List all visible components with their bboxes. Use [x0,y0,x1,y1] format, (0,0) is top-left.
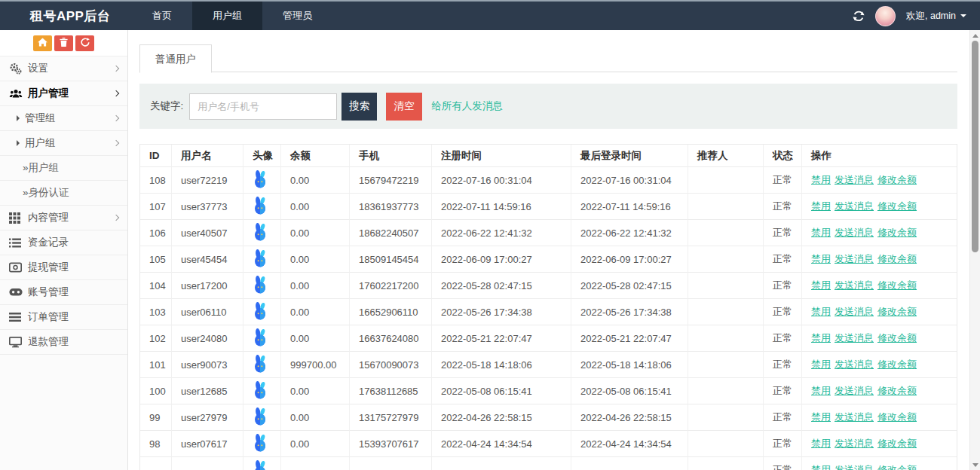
sidebar-item-content-management[interactable]: 内容管理 [0,206,127,230]
cell-username: user06110 [172,299,243,325]
table-row: 正常禁用发送消息修改余额 [140,457,957,470]
broadcast-all-link[interactable]: 给所有人发消息 [431,99,503,113]
table-row: 106user405070.00186822405072022-06-22 12… [140,220,957,246]
action-send-message-link[interactable]: 发送消息 [835,331,874,345]
clear-button[interactable]: 清空 [386,93,422,121]
sidebar-item-admin-group[interactable]: 管理组 [0,106,127,131]
nav-tab-home[interactable]: 首页 [132,2,192,30]
sidebar-item-settings[interactable]: 设置 [0,56,127,81]
cell-id: 99 [140,404,172,431]
home-icon [38,38,47,49]
cell-status: 正常 [764,273,802,299]
cell-actions: 禁用发送消息修改余额 [802,299,957,325]
action-send-message-link[interactable]: 发送消息 [835,226,874,240]
action-disable-link[interactable]: 禁用 [811,437,831,450]
action-disable-link[interactable]: 禁用 [811,358,831,371]
action-send-message-link[interactable]: 发送消息 [835,305,874,319]
action-modify-balance-link[interactable]: 修改余额 [877,437,917,450]
cell-referrer [688,378,764,404]
action-disable-link[interactable]: 禁用 [811,252,831,266]
action-send-message-link[interactable]: 发送消息 [835,279,874,292]
sidebar-item-refund-management[interactable]: 退款管理 [0,330,127,355]
action-disable-link[interactable]: 禁用 [811,279,831,292]
action-modify-balance-link[interactable]: 修改余额 [877,173,917,187]
sidebar-item-withdrawal-management[interactable]: 提现管理 [0,255,127,280]
action-send-message-link[interactable]: 发送消息 [835,463,874,470]
tab-normal-users[interactable]: 普通用户 [139,44,212,73]
action-disable-link[interactable]: 禁用 [811,305,831,319]
cell-avatar [243,404,281,431]
recycle-button[interactable] [75,35,94,51]
action-modify-balance-link[interactable]: 修改余额 [877,252,917,266]
cell-phone: 17638112685 [350,378,432,404]
action-modify-balance-link[interactable]: 修改余额 [877,463,917,470]
sidebar-item-account-management[interactable]: 账号管理 [0,280,127,305]
home-button[interactable] [33,35,52,51]
table-body: 108user722190.00156794722192022-07-16 00… [140,167,957,470]
cell-actions: 禁用发送消息修改余额 [802,431,957,457]
action-send-message-link[interactable]: 发送消息 [835,410,874,424]
action-modify-balance-link[interactable]: 修改余额 [877,384,917,398]
cell-status: 正常 [764,325,802,352]
cell-username [172,457,243,470]
sidebar-item-identity-verify[interactable]: »身份认证 [0,181,127,206]
caret-right-icon [17,115,20,121]
action-disable-link[interactable]: 禁用 [811,384,831,398]
vertical-scrollbar[interactable] [969,30,980,470]
action-send-message-link[interactable]: 发送消息 [835,437,874,450]
cell-phone: 13175727979 [350,404,432,431]
action-disable-link[interactable]: 禁用 [811,410,831,424]
sidebar-item-fund-records[interactable]: 资金记录 [0,230,127,255]
scrollbar-thumb[interactable] [972,41,978,252]
action-send-message-link[interactable]: 发送消息 [835,384,874,398]
user-avatar[interactable] [875,6,896,26]
sidebar-toolbar [0,30,127,56]
action-disable-link[interactable]: 禁用 [811,173,831,187]
action-modify-balance-link[interactable]: 修改余额 [877,305,917,319]
cell-registered: 2022-07-16 00:31:04 [432,167,571,194]
desktop-icon [9,337,28,348]
cell-actions: 禁用发送消息修改余额 [802,167,957,194]
cell-actions: 禁用发送消息修改余额 [802,457,957,470]
action-modify-balance-link[interactable]: 修改余额 [877,331,917,345]
action-modify-balance-link[interactable]: 修改余额 [877,410,917,424]
cell-status: 正常 [764,299,802,325]
cell-referrer [688,325,764,352]
trash-button[interactable] [54,35,73,51]
nav-tab-usergroup[interactable]: 用户组 [192,2,262,30]
keyword-input[interactable] [189,93,337,120]
action-disable-link[interactable]: 禁用 [811,463,831,470]
action-modify-balance-link[interactable]: 修改余额 [877,358,917,371]
scroll-down-arrow-icon[interactable] [972,463,978,467]
user-menu[interactable]: 欢迎, admin [906,10,966,23]
sidebar-item-user-management[interactable]: 用户管理 [0,81,127,106]
search-button[interactable]: 搜索 [341,93,377,121]
action-send-message-link[interactable]: 发送消息 [835,358,874,371]
sidebar-item-user-group[interactable]: 用户组 [0,131,127,156]
cell-avatar [243,378,281,404]
action-disable-link[interactable]: 禁用 [811,226,831,240]
cell-status: 正常 [764,352,802,378]
action-modify-balance-link[interactable]: 修改余额 [877,226,917,240]
action-send-message-link[interactable]: 发送消息 [835,200,874,213]
action-send-message-link[interactable]: 发送消息 [835,173,874,187]
action-disable-link[interactable]: 禁用 [811,331,831,345]
app-brand: 租号APP后台 [0,2,132,30]
cell-phone: 15393707617 [350,431,432,457]
sidebar-item-order-management[interactable]: 订单管理 [0,305,127,330]
cell-referrer [688,246,764,273]
navbar-tabs: 首页用户组管理员 [132,2,332,30]
sidebar-item-user-group-sub[interactable]: »用户组 [0,156,127,181]
action-send-message-link[interactable]: 发送消息 [835,252,874,266]
sidebar-item-label: 退款管理 [28,335,69,349]
action-modify-balance-link[interactable]: 修改余额 [877,200,917,213]
cell-last-login: 2022-04-24 14:34:54 [571,431,688,457]
refresh-icon[interactable] [853,11,865,22]
nav-tab-admin[interactable]: 管理员 [262,2,332,30]
scroll-up-arrow-icon[interactable] [972,34,978,38]
action-disable-link[interactable]: 禁用 [811,200,831,213]
table-row: 108user722190.00156794722192022-07-16 00… [140,167,957,194]
cell-actions: 禁用发送消息修改余额 [802,352,957,378]
action-modify-balance-link[interactable]: 修改余额 [877,279,917,292]
cell-status: 正常 [764,167,802,194]
